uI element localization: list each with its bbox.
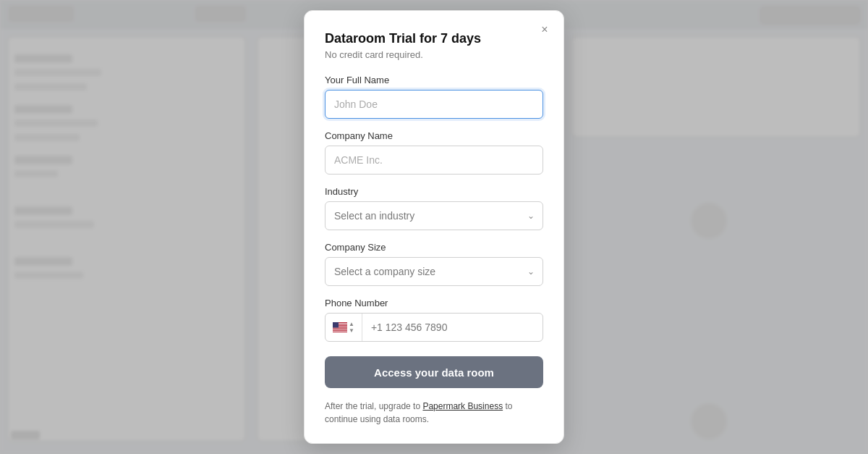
industry-group: Industry Select an industry Technology F…: [325, 186, 543, 230]
company-name-label: Company Name: [325, 130, 543, 141]
us-flag-icon: [333, 322, 347, 332]
industry-select-wrapper: Select an industry Technology Finance He…: [325, 201, 543, 230]
full-name-label: Your Full Name: [325, 75, 543, 85]
industry-select[interactable]: Select an industry Technology Finance He…: [325, 201, 543, 230]
svg-rect-9: [333, 329, 347, 330]
svg-rect-10: [333, 330, 347, 331]
svg-rect-7: [333, 328, 347, 329]
svg-rect-13: [333, 322, 339, 328]
phone-country-chevron-icon: ▲ ▼: [349, 321, 354, 334]
industry-label: Industry: [325, 186, 543, 197]
company-name-group: Company Name: [325, 130, 543, 175]
submit-button[interactable]: Access your data room: [325, 356, 543, 388]
modal-title: Dataroom Trial for 7 days: [325, 31, 543, 46]
svg-rect-8: [333, 329, 347, 329]
svg-rect-12: [333, 332, 347, 332]
close-icon: ×: [541, 23, 548, 36]
phone-group: Phone Number: [325, 298, 543, 342]
company-size-group: Company Size Select a company size 1-10 …: [325, 242, 543, 286]
modal-overlay: × Dataroom Trial for 7 days No credit ca…: [0, 0, 868, 454]
company-name-input[interactable]: [325, 146, 543, 175]
modal-subtitle: No credit card required.: [325, 49, 543, 60]
modal-close-button[interactable]: ×: [536, 21, 553, 38]
trial-modal: × Dataroom Trial for 7 days No credit ca…: [304, 10, 564, 444]
company-size-select-wrapper: Select a company size 1-10 11-50 51-200 …: [325, 257, 543, 286]
svg-rect-11: [333, 331, 347, 332]
phone-number-input[interactable]: [362, 321, 542, 333]
full-name-input[interactable]: [325, 90, 543, 119]
company-size-select[interactable]: Select a company size 1-10 11-50 51-200 …: [325, 257, 543, 286]
phone-label: Phone Number: [325, 298, 543, 308]
footer-text-before: After the trial, upgrade to: [325, 401, 422, 411]
company-size-label: Company Size: [325, 242, 543, 253]
phone-input-group: ▲ ▼: [325, 313, 543, 342]
phone-country-selector[interactable]: ▲ ▼: [326, 314, 362, 341]
full-name-group: Your Full Name: [325, 75, 543, 119]
papermark-business-link[interactable]: Papermark Business: [422, 401, 503, 411]
footer-text: After the trial, upgrade to Papermark Bu…: [325, 400, 543, 426]
